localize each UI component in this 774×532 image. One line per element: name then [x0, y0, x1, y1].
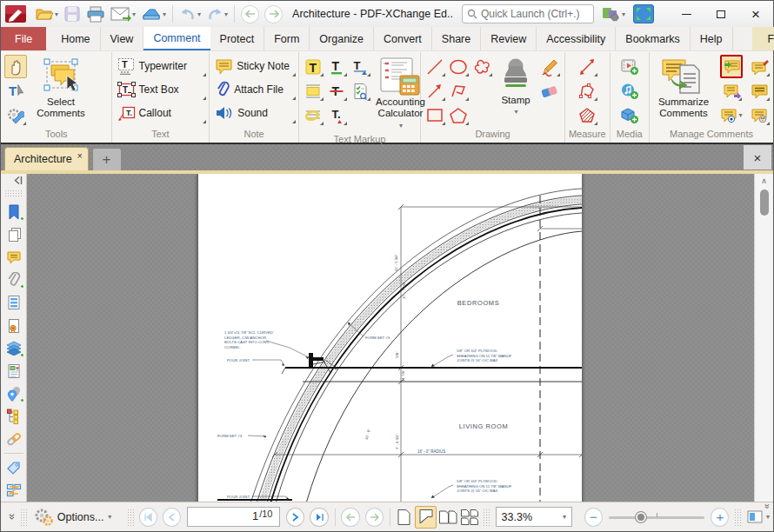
- select-comments-button[interactable]: Select Comments: [29, 55, 93, 121]
- replace-text-button[interactable]: T.: [325, 103, 348, 127]
- accounting-dropdown-icon[interactable]: ▾: [399, 122, 403, 130]
- undo-button[interactable]: ▾: [177, 3, 204, 25]
- content-pane-button[interactable]: T: [4, 362, 23, 380]
- undo-dropdown-icon[interactable]: ▾: [197, 10, 201, 18]
- export-comments-button[interactable]: [720, 79, 743, 103]
- options-dropdown-icon[interactable]: ▾: [108, 513, 111, 521]
- open-dropdown-icon[interactable]: ▾: [55, 10, 58, 18]
- first-page-button[interactable]: [139, 508, 157, 527]
- save-button[interactable]: [61, 3, 83, 25]
- tab-help[interactable]: Help: [691, 27, 733, 50]
- add-video-button[interactable]: [618, 55, 641, 78]
- nav-forward-button[interactable]: [264, 5, 283, 23]
- arrow-tool-button[interactable]: [424, 79, 446, 103]
- fullscreen-button[interactable]: [633, 4, 654, 23]
- options-button[interactable]: Options... ▾: [30, 507, 116, 528]
- statusbar-grip[interactable]: [20, 509, 27, 526]
- quick-launch-input[interactable]: [481, 8, 585, 20]
- email-dropdown-icon[interactable]: ▾: [132, 10, 136, 18]
- oval-tool-button[interactable]: [447, 55, 470, 78]
- layout-continuous-button[interactable]: [415, 506, 437, 529]
- scrollbar-thumb[interactable]: [760, 190, 769, 216]
- document-canvas[interactable]: BEDROOMS LIVING ROOM 1 3/4"x11 7/8" SCL …: [27, 174, 754, 502]
- pane-toggle-dropdown-icon[interactable]: ▾: [766, 513, 770, 521]
- sticky-note-button[interactable]: Sticky Note: [212, 55, 296, 77]
- zoom-slider-thumb[interactable]: [636, 512, 646, 522]
- underline-text-button[interactable]: T: [325, 55, 348, 78]
- eraser-tool-button[interactable]: [538, 79, 561, 103]
- page-number-box[interactable]: 1 /10: [187, 507, 280, 527]
- structure-pane-button[interactable]: [4, 408, 23, 425]
- minimize-button[interactable]: [669, 2, 704, 26]
- pencil-tool-button[interactable]: [538, 55, 561, 78]
- zoom-out-button[interactable]: −: [584, 508, 603, 527]
- tags-pane-button[interactable]: [4, 459, 23, 476]
- summarize-comments-button[interactable]: Summarize Comments: [652, 55, 715, 121]
- tab-organize[interactable]: Organize: [310, 27, 374, 50]
- open-file-button[interactable]: ▾: [32, 3, 61, 25]
- customize-dropdown-icon[interactable]: ▾: [622, 10, 625, 18]
- comments-pane-button[interactable]: [4, 249, 23, 266]
- statusbar-collapse-icon[interactable]: «: [763, 504, 772, 509]
- spell-check-document-button[interactable]: [349, 79, 371, 103]
- tab-file[interactable]: File: [1, 27, 46, 50]
- tab-format[interactable]: Format: [752, 27, 774, 50]
- layout-multiple-pages-button[interactable]: [458, 506, 480, 529]
- accounting-calculator-button[interactable]: Accounting Calculator ▾: [373, 55, 428, 133]
- tab-bookmarks[interactable]: Bookmarks: [616, 27, 691, 50]
- highlight-text-button[interactable]: T: [302, 55, 324, 78]
- tab-accessibility[interactable]: Accessibility: [537, 27, 616, 50]
- select-text-tool-button[interactable]: T: [4, 79, 27, 103]
- links-pane-button[interactable]: [4, 430, 23, 448]
- tab-convert[interactable]: Convert: [374, 27, 432, 50]
- signatures-pane-button[interactable]: [4, 317, 23, 335]
- current-page-value[interactable]: 1: [252, 509, 258, 522]
- insert-text-button[interactable]: T: [349, 55, 371, 78]
- add-audio-button[interactable]: [618, 79, 641, 103]
- scan-button[interactable]: ▾: [138, 3, 169, 25]
- import-comments-button[interactable]: [720, 55, 743, 78]
- tab-form[interactable]: Form: [264, 27, 310, 50]
- line-tool-button[interactable]: [424, 55, 446, 78]
- zoom-slider[interactable]: [609, 508, 705, 527]
- next-page-button[interactable]: [286, 508, 304, 527]
- sound-button[interactable]: Sound: [212, 102, 296, 124]
- redo-button[interactable]: ▾: [204, 3, 230, 25]
- area-tool-button[interactable]: [576, 103, 598, 127]
- destinations-pane-button[interactable]: [4, 385, 23, 402]
- new-document-tab-button[interactable]: +: [92, 148, 122, 170]
- collapse-panel-icon[interactable]: [12, 176, 23, 188]
- attachments-pane-button[interactable]: [4, 271, 23, 289]
- tab-view[interactable]: View: [101, 27, 144, 50]
- scroll-up-icon[interactable]: ∧: [755, 174, 773, 188]
- tab-review[interactable]: Review: [481, 27, 537, 50]
- copy-comments-button[interactable]: [748, 79, 771, 103]
- statusbar-expand-icon[interactable]: «: [4, 514, 17, 520]
- nav-back-button[interactable]: [241, 5, 259, 23]
- document-tab-architecture[interactable]: Architecture ×: [4, 147, 89, 170]
- hand-tool-button[interactable]: [4, 55, 27, 78]
- previous-page-button[interactable]: [163, 508, 181, 527]
- thumbnails-pane-button[interactable]: [4, 226, 23, 243]
- close-button[interactable]: ×: [738, 2, 773, 26]
- layout-single-page-button[interactable]: [394, 506, 416, 529]
- show-comments-dropdown-icon[interactable]: ▾: [738, 111, 742, 119]
- customize-ui-button[interactable]: ▾: [599, 3, 628, 25]
- highlight-area-button[interactable]: [302, 79, 324, 103]
- stamp-button[interactable]: Stamp ▾: [495, 55, 537, 119]
- strikeout-text-button[interactable]: T: [325, 79, 348, 103]
- pdf-page[interactable]: BEDROOMS LIVING ROOM 1 3/4"x11 7/8" SCL …: [198, 174, 582, 502]
- polyline-tool-button[interactable]: [447, 79, 470, 103]
- squiggly-underline-button[interactable]: [302, 103, 324, 127]
- pane-toggle-button[interactable]: [744, 506, 765, 529]
- tab-comment[interactable]: Comment: [143, 27, 210, 50]
- other-tools-button[interactable]: [4, 103, 27, 127]
- comment-styles-palette-button[interactable]: [748, 103, 771, 127]
- tab-home[interactable]: Home: [51, 27, 100, 50]
- tab-share[interactable]: Share: [432, 27, 481, 50]
- typewriter-button[interactable]: T Typewriter: [115, 55, 207, 77]
- cloud-tool-button[interactable]: [470, 55, 493, 78]
- last-page-button[interactable]: [310, 508, 328, 527]
- callout-button[interactable]: T. Callout: [115, 102, 207, 124]
- vertical-scrollbar[interactable]: ∧: [754, 174, 773, 502]
